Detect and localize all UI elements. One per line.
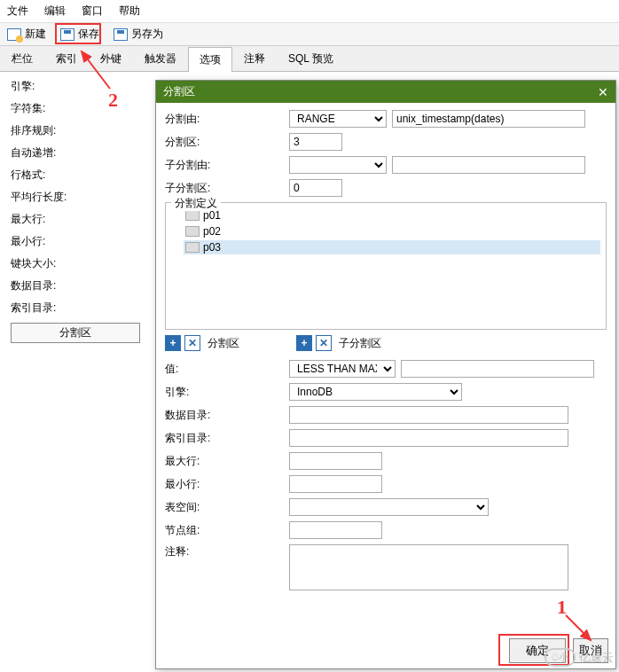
save-button[interactable]: 保存: [60, 27, 99, 42]
tree-item[interactable]: p01: [184, 208, 600, 223]
watermark: ට小 亿速云: [545, 648, 614, 667]
menu-help[interactable]: 帮助: [119, 4, 140, 19]
partition-icon: [185, 242, 200, 253]
partition-dialog: 分割区 ✕ 分割由: RANGE 分割区: 子分割由: 子分割区: 分割定义: [155, 80, 616, 669]
input-subexpr[interactable]: [392, 156, 585, 174]
label-subsec: 子分割区: [339, 336, 381, 351]
label-det-tbs: 表空间:: [165, 500, 289, 515]
save-label: 保存: [78, 27, 99, 42]
label-datadir: 数据目录:: [11, 278, 140, 293]
tab-triggers[interactable]: 触发器: [133, 46, 188, 71]
label-det-minrow: 最小行:: [165, 477, 289, 492]
remove-subpartition-button[interactable]: ✕: [316, 335, 332, 351]
label-value: 值:: [165, 362, 289, 377]
label-parts: 分割区:: [165, 135, 289, 150]
partition-heading[interactable]: 分割区: [11, 323, 140, 343]
watermark-text: 亿速云: [579, 650, 614, 666]
label-det-comment: 注释:: [165, 544, 289, 559]
label-partby: 分割由:: [165, 112, 289, 127]
save-icon: [60, 28, 74, 41]
label-maxrow: 最大行:: [11, 212, 140, 227]
tree-item-selected[interactable]: p03: [184, 240, 600, 254]
partition-icon: [185, 226, 200, 237]
input-idxdir[interactable]: [289, 429, 568, 447]
select-subby[interactable]: [289, 156, 387, 174]
tab-indexes[interactable]: 索引: [44, 46, 89, 71]
new-button[interactable]: 新建: [7, 27, 46, 42]
tab-options[interactable]: 选项: [188, 47, 232, 72]
legend-defs: 分割定义: [171, 196, 221, 211]
close-button[interactable]: ✕: [598, 85, 608, 99]
label-avglen: 平均行长度:: [11, 190, 140, 205]
partition-defs: 分割定义 p01 p02 p03: [165, 202, 607, 330]
select-engine[interactable]: InnoDB: [289, 383, 462, 401]
input-datadir[interactable]: [289, 406, 568, 424]
label-keyblk: 键块大小:: [11, 256, 140, 271]
new-label: 新建: [25, 27, 46, 42]
toolbar: 新建 保存 另存为: [0, 23, 619, 46]
add-subpartition-button[interactable]: +: [296, 335, 312, 351]
menubar: 文件 编辑 窗口 帮助: [0, 0, 619, 23]
select-partby[interactable]: RANGE: [289, 110, 387, 128]
label-rowfmt: 行格式:: [11, 168, 140, 183]
tab-bar: 栏位 索引 外键 触发器 选项 注释 SQL 预览: [0, 46, 619, 72]
label-collation: 排序规则:: [11, 123, 140, 138]
watermark-icon: ට小: [545, 648, 576, 667]
tab-sql[interactable]: SQL 预览: [277, 46, 345, 71]
partition-tree[interactable]: p01 p02 p03: [171, 208, 600, 254]
textarea-comment[interactable]: [289, 544, 568, 590]
label-det-engine: 引擎:: [165, 385, 289, 400]
label-idxdir: 索引目录:: [11, 301, 140, 316]
label-autoinc: 自动递增:: [11, 145, 140, 160]
label-det-maxrow: 最大行:: [165, 454, 289, 469]
add-partition-button[interactable]: +: [165, 335, 181, 351]
input-value-expr[interactable]: [401, 360, 594, 378]
input-maxrow[interactable]: [289, 452, 382, 470]
partition-buttons: + ✕ 分割区 + ✕ 子分割区: [165, 335, 607, 351]
tree-item[interactable]: p02: [184, 224, 600, 238]
input-parts[interactable]: [289, 133, 342, 151]
partition-icon: [185, 210, 200, 221]
tab-comment[interactable]: 注释: [232, 46, 277, 71]
label-charset: 字符集:: [11, 101, 140, 116]
dialog-title: 分割区: [163, 84, 195, 99]
select-value[interactable]: LESS THAN MAX: [289, 360, 396, 378]
new-icon: [7, 28, 21, 41]
label-det-datadir: 数据目录:: [165, 408, 289, 423]
label-subby: 子分割由:: [165, 158, 289, 173]
saveas-button[interactable]: 另存为: [114, 27, 163, 42]
saveas-label: 另存为: [131, 27, 163, 42]
label-partsec: 分割区: [208, 336, 239, 351]
label-det-idxdir: 索引目录:: [165, 431, 289, 446]
label-minrow: 最小行:: [11, 234, 140, 249]
input-minrow[interactable]: [289, 475, 382, 493]
input-subparts[interactable]: [289, 179, 342, 197]
options-panel: 引擎: 字符集: 排序规则: 自动递增: 行格式: 平均行长度: 最大行: 最小…: [0, 72, 151, 350]
remove-partition-button[interactable]: ✕: [184, 335, 200, 351]
input-partexpr[interactable]: [392, 110, 585, 128]
label-det-nodegrp: 节点组:: [165, 523, 289, 538]
dialog-titlebar: 分割区 ✕: [156, 81, 615, 103]
menu-edit[interactable]: 编辑: [44, 4, 66, 19]
menu-file[interactable]: 文件: [7, 4, 28, 19]
select-tbs[interactable]: [289, 498, 489, 516]
saveas-icon: [114, 28, 128, 41]
tab-fk[interactable]: 外键: [89, 46, 133, 71]
menu-window[interactable]: 窗口: [82, 4, 103, 19]
input-nodegrp[interactable]: [289, 521, 382, 539]
label-subparts: 子分割区:: [165, 181, 289, 196]
label-engine: 引擎:: [11, 79, 140, 94]
tab-columns[interactable]: 栏位: [0, 46, 44, 71]
